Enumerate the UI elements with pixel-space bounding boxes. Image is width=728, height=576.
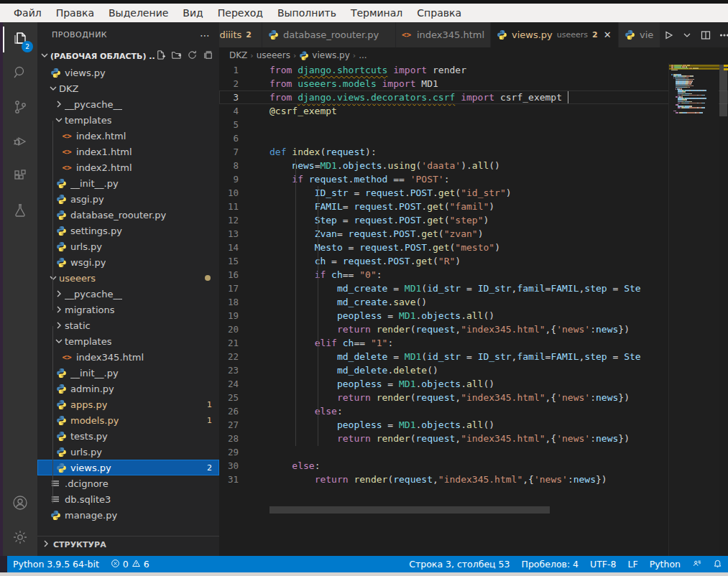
search-activity-button[interactable] [3, 57, 37, 91]
tree-file-settings.py[interactable]: settings.py [37, 223, 219, 238]
line-number: 6 [219, 131, 254, 145]
minimap[interactable] [668, 63, 719, 556]
menu-item-Выделение[interactable]: Выделение [102, 6, 175, 20]
tree-file-urls.py[interactable]: urls.py [37, 444, 219, 460]
tree-file-index1.html[interactable]: <>index1.html [37, 144, 219, 159]
tree-file-__init__.py[interactable]: __init__.py [37, 175, 219, 191]
tree-file-index345.html[interactable]: <>index345.html [37, 349, 219, 365]
more-actions-icon[interactable] [717, 27, 728, 43]
tree-folder-templates[interactable]: templates [37, 333, 219, 349]
language-mode-status[interactable]: Python [644, 556, 686, 572]
account-button[interactable] [3, 487, 37, 521]
menu-item-Терминал[interactable]: Терминал [344, 6, 409, 20]
breadcrumb-folder[interactable]: useeers [257, 50, 290, 60]
python-version-status[interactable]: Python 3.9.5 64-bit [7, 556, 105, 572]
tree-file-index2.html[interactable]: <>index2.html [37, 159, 219, 175]
tab-diiits[interactable]: diiits2 [219, 22, 262, 47]
code-line-3[interactable]: 3from django.views.decorators.csrf impor… [219, 90, 728, 104]
tree-file-views.py[interactable]: views.py2 [37, 460, 219, 475]
refresh-icon[interactable] [187, 50, 198, 62]
sidebar-title-row: ПРОВОДНИК ⋯ [37, 22, 219, 47]
indentation-status[interactable]: Пробелов: 4 [516, 556, 585, 572]
tree-item-label: settings.py [70, 226, 122, 236]
tree-folder-migrations[interactable]: migrations [37, 302, 219, 317]
code-line-30[interactable]: 30 else: [219, 459, 728, 473]
tab-database_roouter.py[interactable]: database_roouter.py [262, 22, 396, 47]
menu-item-Справка[interactable]: Справка [410, 6, 468, 20]
code-text [254, 445, 269, 459]
breadcrumb-symbol[interactable]: ... [359, 50, 367, 60]
run-icon[interactable] [660, 27, 676, 43]
line-number: 28 [219, 432, 254, 445]
tree-file-asgi.py[interactable]: asgi.py [37, 191, 219, 207]
cursor-position-status[interactable]: Строка 3, столбец 53 [403, 556, 515, 572]
eol-status[interactable]: LF [622, 556, 644, 572]
run-debug-activity-button[interactable] [3, 126, 37, 160]
tab-views.py[interactable]: views.pyuseeers2✕ [491, 22, 619, 47]
source-control-activity-button[interactable] [3, 91, 37, 126]
tree-file-models.py[interactable]: models.py1 [37, 412, 219, 428]
code-line-2[interactable]: 2from useeers.models import MD1 [219, 77, 728, 90]
tree-file-urls.py[interactable]: urls.py [37, 238, 219, 254]
breadcrumb[interactable]: DKZ › useeers › views.py › ... [219, 47, 728, 63]
menu-item-Вид[interactable]: Вид [176, 6, 209, 20]
python-file-icon [268, 29, 279, 40]
code-line-6[interactable]: 6 [219, 131, 728, 145]
tree-file-admin.py[interactable]: admin.py [37, 381, 219, 396]
tab-vie[interactable]: vie [619, 22, 660, 47]
tree-folder-useeers[interactable]: useeers [37, 270, 219, 286]
code-line-31[interactable]: 31 return render(request,"index345.html"… [219, 473, 728, 486]
code-line-29[interactable]: 29 [219, 445, 728, 459]
code-text: Zvan= request.POST.get("zvan") [254, 227, 483, 241]
code-line-4[interactable]: 4@csrf_exempt [219, 104, 728, 118]
split-editor-icon[interactable] [698, 27, 714, 43]
tree-indent-guide [52, 326, 53, 503]
tree-folder-templates[interactable]: templates [37, 112, 219, 128]
close-icon[interactable]: ✕ [602, 29, 613, 40]
menu-item-Правка[interactable]: Правка [50, 6, 101, 20]
feedback-button[interactable] [686, 556, 707, 572]
new-folder-icon[interactable] [171, 50, 182, 62]
workspace-section-header[interactable]: (РАБОЧАЯ ОБЛАСТЬ) ... [37, 47, 219, 65]
menu-item-Файл[interactable]: Файл [7, 6, 48, 20]
code-line-5[interactable]: 5 [219, 118, 728, 131]
explorer-activity-button[interactable]: 2 [3, 22, 37, 57]
tree-file-index.html[interactable]: <>index.html [37, 128, 219, 144]
settings-button[interactable] [3, 521, 37, 556]
extensions-activity-button[interactable] [3, 160, 37, 195]
tree-file-.dcignore[interactable]: .dcignore [37, 475, 219, 491]
run-dropdown-icon[interactable] [679, 27, 695, 43]
problems-status[interactable]: 0 6 [105, 556, 155, 572]
code-line-1[interactable]: 1from django.shortcuts import render [219, 63, 728, 77]
tree-file-__init__.py[interactable]: __init__.py [37, 365, 219, 381]
tree-file-tests.py[interactable]: tests.py [37, 428, 219, 444]
python-file-icon [55, 241, 67, 252]
notifications-button[interactable] [707, 556, 728, 572]
horizontal-scrollbar-thumb[interactable] [269, 506, 550, 514]
sidebar-more-actions[interactable]: ⋯ [200, 29, 211, 41]
tree-file-views.py[interactable]: views.py [37, 65, 219, 80]
tree-file-apps.py[interactable]: apps.py1 [37, 396, 219, 412]
tree-file-db.sqlite3[interactable]: db.sqlite3 [37, 491, 219, 507]
breadcrumb-folder[interactable]: DKZ [229, 50, 247, 60]
tab-index345.html[interactable]: <>index345.html [396, 22, 491, 47]
outline-section-header[interactable]: СТРУКТУРА [37, 536, 219, 553]
code-line-7[interactable]: 7def index(request): [219, 145, 728, 159]
tree-file-wsgi.py[interactable]: wsgi.py [37, 254, 219, 270]
tree-file-manage.py[interactable]: manage.py [37, 507, 219, 523]
tree-folder-__pycache__[interactable]: __pycache__ [37, 96, 219, 112]
testing-activity-button[interactable] [3, 195, 37, 229]
scrollbar-thumb[interactable] [719, 65, 727, 116]
menu-item-Переход[interactable]: Переход [211, 6, 269, 20]
breadcrumb-file[interactable]: views.py [312, 50, 349, 60]
line-number: 5 [219, 118, 254, 131]
menu-item-Выполнить[interactable]: Выполнить [271, 6, 343, 20]
encoding-status[interactable]: UTF-8 [584, 556, 622, 572]
vertical-scrollbar[interactable] [719, 63, 728, 556]
tree-folder-__pycache__[interactable]: __pycache__ [37, 286, 219, 302]
collapse-all-icon[interactable] [203, 50, 213, 62]
tree-folder-DKZ[interactable]: DKZ [37, 80, 219, 96]
tree-file-database_roouter.py[interactable]: database_roouter.py [37, 207, 219, 223]
new-file-icon[interactable] [155, 50, 166, 62]
tree-folder-static[interactable]: static [37, 317, 219, 333]
